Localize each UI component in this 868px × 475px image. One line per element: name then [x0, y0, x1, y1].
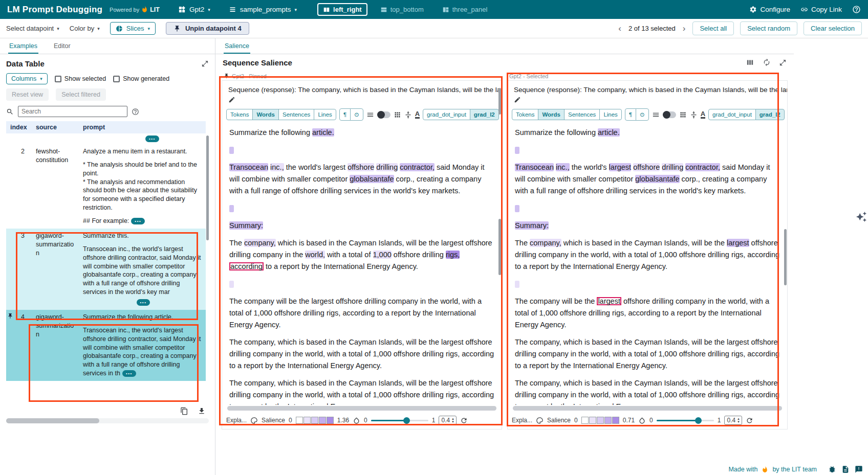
method-button-grad_l2[interactable]: grad_l2: [755, 109, 785, 120]
sequence-vertical-scrollbar[interactable]: [498, 88, 501, 115]
pane-horizontal-scrollbar[interactable]: [513, 406, 782, 411]
table-row-4[interactable]: 4gigaword-summarizationSummarize the fol…: [6, 310, 206, 381]
select-filtered-button[interactable]: Select filtered: [56, 88, 106, 101]
table-row-3[interactable]: 3gigaword-summarizationSummarize this.Tr…: [6, 229, 206, 310]
select-random-button[interactable]: Select random: [740, 21, 797, 35]
table-vertical-scrollbar[interactable]: [206, 135, 209, 240]
release-notes-icon[interactable]: [841, 465, 850, 473]
salience-slider[interactable]: [657, 417, 714, 424]
vertical-align-icon[interactable]: [690, 111, 698, 119]
next-datapoint-button[interactable]: ›: [682, 24, 687, 33]
expand-prompt-pill[interactable]: •••: [137, 299, 150, 306]
granularity-button-words[interactable]: Words: [252, 109, 279, 120]
unpin-datapoint-button[interactable]: Unpin datapoint 4: [166, 22, 249, 35]
tab-editor[interactable]: Editor: [53, 38, 72, 54]
pane-horizontal-scrollbar[interactable]: [227, 406, 496, 411]
ai-sparkle-button[interactable]: [856, 211, 867, 222]
salience-slider[interactable]: [371, 417, 428, 424]
focus-token: according: [229, 262, 264, 270]
stepper-arrows-icon[interactable]: ▴▾: [737, 417, 740, 423]
gamma-input[interactable]: 0.4▴▾: [724, 416, 742, 425]
previous-datapoint-button[interactable]: ‹: [617, 24, 622, 33]
select-datapoint-dropdown[interactable]: Select datapoint ▾: [6, 25, 59, 32]
pane-vertical-scrollbar[interactable]: [498, 219, 501, 275]
slices-button[interactable]: Slices ▾: [110, 22, 156, 35]
feedback-icon[interactable]: [855, 465, 863, 473]
maximize-module-icon[interactable]: [201, 60, 209, 67]
density-icon[interactable]: [366, 111, 374, 119]
search-help-icon[interactable]: [132, 108, 139, 116]
pane-vertical-scrollbar[interactable]: [784, 229, 787, 285]
granularity-button-tokens[interactable]: Tokens: [226, 109, 253, 120]
column-header-source[interactable]: source: [32, 121, 79, 133]
vertical-align-icon[interactable]: [404, 111, 412, 119]
token-text: The company, which is based in the Cayma…: [229, 338, 494, 370]
method-button-grad_l2[interactable]: grad_l2: [470, 109, 499, 120]
gamma-input[interactable]: 0.4▴▾: [439, 416, 456, 425]
column-header-index[interactable]: index: [6, 121, 32, 133]
search-input[interactable]: [18, 106, 127, 117]
download-data-icon[interactable]: [198, 407, 206, 415]
maximize-module-icon[interactable]: [779, 58, 787, 67]
select-all-button[interactable]: Select all: [692, 21, 734, 35]
view-columns-icon[interactable]: [746, 58, 754, 67]
edit-sequence-icon[interactable]: [514, 96, 521, 103]
target-toggle-button[interactable]: ⊙: [350, 108, 363, 121]
row-prompt: Summarize this.Transocean inc., the worl…: [79, 229, 206, 310]
copy-data-icon[interactable]: [180, 407, 188, 415]
model-selector[interactable]: Gpt2 ▾: [178, 6, 210, 13]
left-tab-bar: ExamplesEditor: [0, 38, 215, 54]
dataset-icon: [229, 6, 236, 13]
table-row-partial[interactable]: •••: [6, 133, 206, 144]
reset-salience-icon[interactable]: [460, 417, 468, 424]
grid-view-icon[interactable]: [394, 111, 401, 119]
granularity-button-words[interactable]: Words: [538, 109, 565, 120]
copy-link-button[interactable]: Copy Link: [800, 6, 842, 13]
method-button-grad_dot_input[interactable]: grad_dot_input: [708, 109, 756, 120]
layout-label: top_bottom: [390, 6, 424, 13]
granularity-button-sentences[interactable]: Sentences: [278, 109, 314, 120]
salience-pane-selected: Gpt2 - SelectedSequence (response): The …: [507, 72, 788, 429]
reset-view-button[interactable]: Reset view: [6, 88, 49, 101]
stepper-arrows-icon[interactable]: ▴▾: [452, 417, 454, 423]
dataset-selector[interactable]: sample_prompts ▾: [229, 6, 297, 13]
edit-sequence-icon[interactable]: [228, 96, 235, 103]
display-toggle[interactable]: [663, 111, 676, 118]
tab-examples[interactable]: Examples: [8, 38, 38, 54]
grid-view-icon[interactable]: [679, 111, 687, 119]
color-by-dropdown[interactable]: Color by ▾: [70, 25, 100, 32]
density-icon[interactable]: [652, 111, 660, 119]
expand-prompt-pill[interactable]: •••: [122, 370, 136, 377]
text-format-icon[interactable]: A: [415, 110, 420, 119]
layout-left_right[interactable]: left_right: [317, 3, 367, 16]
expand-prompt-pill[interactable]: •••: [131, 218, 145, 224]
granularity-button-lines[interactable]: Lines: [599, 109, 622, 120]
clear-selection-button[interactable]: Clear selection: [804, 21, 862, 35]
bug-report-icon[interactable]: [828, 465, 836, 473]
columns-button[interactable]: Columns ▾: [6, 73, 48, 84]
show-generated-checkbox[interactable]: Show generated: [113, 75, 169, 82]
layout-top_bottom[interactable]: top_bottom: [375, 3, 429, 16]
target-toggle-button[interactable]: ⊙: [636, 108, 649, 121]
reset-salience-icon[interactable]: [746, 417, 753, 424]
configure-button[interactable]: Configure: [749, 6, 790, 13]
text-format-icon[interactable]: A: [701, 110, 705, 119]
granularity-button-lines[interactable]: Lines: [314, 109, 336, 120]
display-toggle[interactable]: [377, 111, 390, 118]
granularity-button-sentences[interactable]: Sentences: [564, 109, 600, 120]
paragraph-toggle-button[interactable]: ¶: [625, 108, 636, 121]
show-selected-checkbox[interactable]: Show selected: [55, 75, 106, 82]
table-row-2[interactable]: 2fewshot-constitutionAnalyze a menu item…: [6, 144, 206, 229]
table-horizontal-scrollbar[interactable]: [6, 418, 209, 423]
pane-card: Sequence (response): The company, which …: [222, 80, 502, 429]
method-button-grad_dot_input[interactable]: grad_dot_input: [423, 109, 470, 120]
layout-three_panel[interactable]: three_panel: [437, 3, 493, 16]
tab-salience[interactable]: Salience: [224, 38, 250, 54]
salient-token: globalsantafe: [350, 175, 394, 183]
sync-icon[interactable]: [763, 58, 771, 67]
paragraph-toggle-button[interactable]: ¶: [339, 108, 351, 121]
column-header-prompt[interactable]: prompt: [79, 121, 206, 133]
help-icon[interactable]: [852, 5, 861, 14]
granularity-button-tokens[interactable]: Tokens: [512, 109, 538, 120]
expand-prompt-pill[interactable]: •••: [145, 135, 159, 142]
